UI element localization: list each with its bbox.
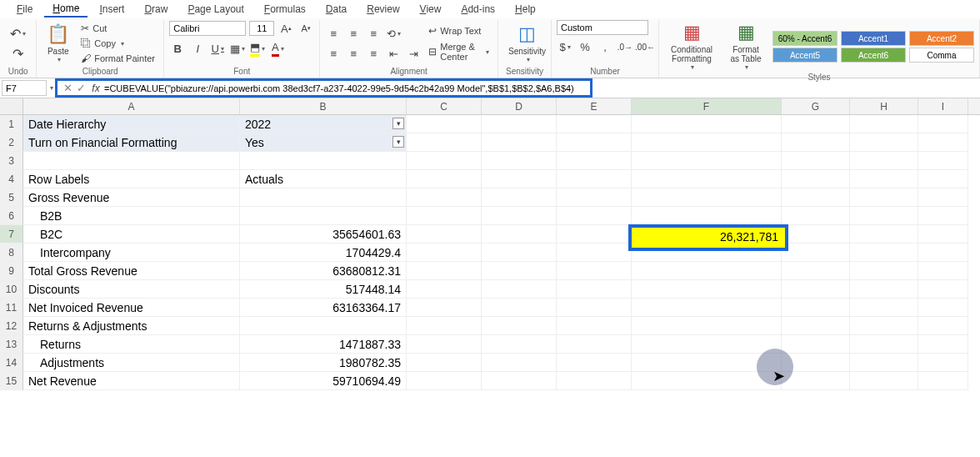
accounting-format-button[interactable]: $▾ xyxy=(557,38,573,55)
cell-style-accent6[interactable]: Accent6 xyxy=(841,48,906,63)
cell-E10[interactable] xyxy=(557,280,632,299)
cell-F6[interactable] xyxy=(632,207,782,225)
cell-A8[interactable]: Intercompany xyxy=(23,244,240,262)
cell-style-accent2[interactable]: Accent2 xyxy=(909,31,974,46)
cell-H8[interactable] xyxy=(850,244,918,262)
cell-I14[interactable] xyxy=(918,354,968,372)
cell-A15[interactable]: Net Revenue xyxy=(23,372,240,390)
undo-button[interactable]: ↶▾ xyxy=(10,25,27,42)
row-header-3[interactable]: 3 xyxy=(0,152,23,170)
cell-H2[interactable] xyxy=(850,133,918,152)
format-painter-button[interactable]: 🖌Format Painter xyxy=(78,52,158,65)
cell-E11[interactable] xyxy=(557,299,632,317)
row-header-14[interactable]: 14 xyxy=(0,354,23,372)
column-header-F[interactable]: F xyxy=(632,98,782,114)
cell-E4[interactable] xyxy=(557,170,632,188)
cell-F13[interactable] xyxy=(632,335,782,354)
cell-A12[interactable]: Returns & Adjustments xyxy=(23,317,240,335)
increase-decimal-button[interactable]: .0→ xyxy=(617,38,633,55)
cell-E7[interactable] xyxy=(557,225,632,244)
cell-C10[interactable] xyxy=(407,280,482,299)
cell-C1[interactable] xyxy=(407,115,482,133)
cell-C8[interactable] xyxy=(407,244,482,262)
align-middle-button[interactable]: ≡ xyxy=(345,25,362,42)
cell-F11[interactable] xyxy=(632,299,782,317)
cell-style-accent5[interactable]: Accent5 xyxy=(772,48,838,63)
cell-I5[interactable] xyxy=(918,188,968,207)
cell-D2[interactable] xyxy=(482,133,557,152)
cell-C7[interactable] xyxy=(407,225,482,244)
cell-F12[interactable] xyxy=(632,317,782,335)
cell-I1[interactable] xyxy=(918,115,968,133)
conditional-formatting-button[interactable]: ▦ Conditional Formatting ▾ xyxy=(664,20,719,73)
cell-C15[interactable] xyxy=(407,372,482,390)
format-as-table-button[interactable]: ▦ Format as Table ▾ xyxy=(722,20,769,73)
cell-B9[interactable]: 63680812.31 xyxy=(240,262,407,280)
cell-C13[interactable] xyxy=(407,335,482,354)
align-center-button[interactable]: ≡ xyxy=(345,45,362,62)
select-all-corner[interactable] xyxy=(0,98,23,114)
cell-H1[interactable] xyxy=(850,115,918,133)
cell-F3[interactable] xyxy=(632,152,782,170)
column-header-A[interactable]: A xyxy=(23,98,240,114)
menu-item-draw[interactable]: Draw xyxy=(136,2,176,17)
cell-B3[interactable] xyxy=(240,152,407,170)
borders-button[interactable]: ▦▾ xyxy=(229,40,246,57)
cell-B10[interactable]: 517448.14 xyxy=(240,280,407,299)
cell-A1[interactable]: Date Hierarchy xyxy=(23,115,240,133)
cell-D11[interactable] xyxy=(482,299,557,317)
cell-A14[interactable]: Adjustments xyxy=(23,354,240,372)
cell-G5[interactable] xyxy=(782,188,850,207)
cell-I10[interactable] xyxy=(918,280,968,299)
number-format-select[interactable] xyxy=(557,20,648,35)
cell-I2[interactable] xyxy=(918,133,968,152)
cell-C6[interactable] xyxy=(407,207,482,225)
cell-A5[interactable]: Gross Revenue xyxy=(23,188,240,207)
cell-F1[interactable] xyxy=(632,115,782,133)
cell-G8[interactable] xyxy=(782,244,850,262)
cell-E2[interactable] xyxy=(557,133,632,152)
cell-D12[interactable] xyxy=(482,317,557,335)
cell-E8[interactable] xyxy=(557,244,632,262)
copy-button[interactable]: ⿻Copy▾ xyxy=(78,37,158,50)
cell-H5[interactable] xyxy=(850,188,918,207)
cell-E6[interactable] xyxy=(557,207,632,225)
column-header-G[interactable]: G xyxy=(782,98,850,114)
cell-H9[interactable] xyxy=(850,262,918,280)
align-left-button[interactable]: ≡ xyxy=(325,45,342,62)
underline-button[interactable]: U▾ xyxy=(209,40,226,57)
decrease-decimal-button[interactable]: .00← xyxy=(637,38,653,55)
cell-H4[interactable] xyxy=(850,170,918,188)
cell-H12[interactable] xyxy=(850,317,918,335)
cell-B12[interactable] xyxy=(240,317,407,335)
cell-E3[interactable] xyxy=(557,152,632,170)
fill-color-button[interactable]: ⬒▾ xyxy=(249,40,266,57)
merge-center-button[interactable]: ⊟Merge & Center▾ xyxy=(425,41,492,63)
cell-H11[interactable] xyxy=(850,299,918,317)
cell-I13[interactable] xyxy=(918,335,968,354)
sensitivity-button[interactable]: ◫ Sensitivity ▾ xyxy=(503,22,551,65)
cell-H10[interactable] xyxy=(850,280,918,299)
cell-B8[interactable]: 1704429.4 xyxy=(240,244,407,262)
cell-F4[interactable] xyxy=(632,170,782,188)
cell-C9[interactable] xyxy=(407,262,482,280)
cell-A6[interactable]: B2B xyxy=(23,207,240,225)
increase-font-button[interactable]: A▴ xyxy=(278,20,294,37)
font-name-input[interactable] xyxy=(169,21,246,36)
filter-icon[interactable]: ▾ xyxy=(392,136,404,148)
cell-G6[interactable] xyxy=(782,207,850,225)
cell-F5[interactable] xyxy=(632,188,782,207)
cell-C4[interactable] xyxy=(407,170,482,188)
cell-A11[interactable]: Net Invoiced Revenue xyxy=(23,299,240,317)
cell-G10[interactable] xyxy=(782,280,850,299)
cell-G1[interactable] xyxy=(782,115,850,133)
row-header-7[interactable]: 7 xyxy=(0,225,23,244)
cell-G13[interactable] xyxy=(782,335,850,354)
cell-H3[interactable] xyxy=(850,152,918,170)
cell-B6[interactable] xyxy=(240,207,407,225)
menu-item-formulas[interactable]: Formulas xyxy=(256,2,314,17)
row-header-13[interactable]: 13 xyxy=(0,335,23,354)
cell-G12[interactable] xyxy=(782,317,850,335)
comma-button[interactable]: , xyxy=(597,38,613,55)
cell-style-60-accent6[interactable]: 60% - Accent6 xyxy=(772,31,838,46)
